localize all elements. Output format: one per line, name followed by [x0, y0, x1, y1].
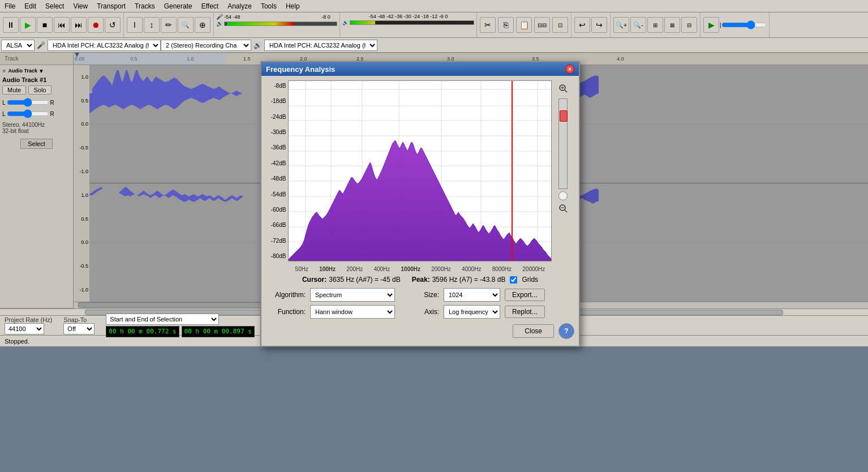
draw-tool[interactable]: ✏: [161, 17, 177, 33]
record-button[interactable]: ⏺: [88, 17, 104, 33]
selection-start-input[interactable]: 00 h 00 m 00.772 s: [106, 326, 179, 337]
menu-file[interactable]: File: [0, 1, 20, 11]
solo-button[interactable]: Solo: [28, 85, 51, 95]
export-button[interactable]: Export...: [505, 289, 545, 301]
backend-select[interactable]: ALSA: [1, 40, 35, 51]
close-button[interactable]: Close: [513, 324, 554, 338]
silence-button[interactable]: ⊡: [552, 17, 568, 33]
svg-line-40: [565, 90, 567, 92]
freq-chart[interactable]: [288, 80, 552, 261]
menu-transport[interactable]: Transport: [92, 1, 130, 11]
y-label--0.5-top: -0.5: [79, 145, 88, 151]
svg-line-44: [565, 210, 567, 212]
menu-select[interactable]: Select: [41, 1, 68, 11]
vol-l-label: L: [2, 100, 6, 106]
selection-section: Start and End of Selection 00 h 00 m 00.…: [106, 314, 254, 337]
y-label--24db: -24dB: [266, 114, 286, 120]
menu-bar: File Edit Select View Transport Tracks G…: [0, 0, 868, 12]
zoom-toggle[interactable]: ⊟: [681, 17, 697, 33]
pan-l-label: L: [2, 111, 6, 117]
freq-zoom-handle[interactable]: [560, 110, 568, 122]
undo-button[interactable]: ↩: [574, 17, 590, 33]
grids-checkbox[interactable]: [510, 276, 517, 284]
function-label: Function:: [266, 308, 306, 316]
stop-button[interactable]: ■: [37, 17, 53, 33]
project-rate-select[interactable]: 44100: [5, 323, 44, 334]
freq-zoom-circle[interactable]: [558, 191, 568, 200]
selection-end-input[interactable]: 00 h 00 m 00.897 s: [182, 326, 255, 337]
y-label--1.0-bot: -1.0: [79, 287, 88, 293]
volume-slider[interactable]: [7, 98, 49, 107]
copy-button[interactable]: ⎘: [498, 17, 514, 33]
y-label--42db: -42dB: [266, 160, 286, 166]
undo-redo: ↩ ↪: [571, 12, 611, 37]
y-label--8db: -8dB: [266, 83, 286, 89]
paste-button[interactable]: 📋: [516, 17, 532, 33]
x-label-1000hz: 1000Hz: [401, 266, 420, 272]
menu-effect[interactable]: Effect: [197, 1, 223, 11]
size-select[interactable]: 1024: [444, 288, 500, 302]
skip-fwd-button[interactable]: ⏭: [71, 17, 87, 33]
vol-r-label: R: [50, 100, 54, 106]
freq-y-axis: -8dB -18dB -24dB -30dB -36dB -42dB -48dB…: [266, 80, 288, 261]
zoom-sel-button[interactable]: ⊠: [664, 17, 680, 33]
menu-view[interactable]: View: [68, 1, 92, 11]
zoom-fit-button[interactable]: ⊞: [647, 17, 663, 33]
menu-generate[interactable]: Generate: [160, 1, 197, 11]
menu-help[interactable]: Help: [281, 1, 304, 11]
menu-tools[interactable]: Tools: [256, 1, 281, 11]
replot-button[interactable]: Replot...: [505, 306, 545, 318]
skip-back-button[interactable]: ⏮: [54, 17, 70, 33]
algorithm-label: Algorithm:: [266, 291, 306, 299]
peak-value: 3596 Hz (A7) = -43.8 dB: [432, 276, 506, 284]
play-button[interactable]: ▶: [20, 17, 36, 33]
multi-tool[interactable]: ↕: [144, 17, 160, 33]
help-button[interactable]: ?: [558, 323, 574, 339]
pan-slider[interactable]: [7, 109, 49, 118]
play-green[interactable]: ▶: [703, 17, 719, 33]
menu-tracks[interactable]: Tracks: [130, 1, 160, 11]
x-label-2000hz: 2000Hz: [431, 266, 450, 272]
svg-rect-10: [74, 53, 226, 65]
channels-select[interactable]: 2 (Stereo) Recording Cha: [161, 40, 251, 51]
pause-button[interactable]: ⏸: [3, 17, 19, 33]
ibeam-tool[interactable]: I: [127, 17, 143, 33]
y-label--36db: -36dB: [266, 144, 286, 151]
menu-edit[interactable]: Edit: [20, 1, 41, 11]
mute-button[interactable]: Mute: [2, 85, 26, 95]
snap-to-select[interactable]: Off: [63, 323, 94, 334]
zoom-magnifier-top[interactable]: [557, 83, 569, 94]
loop-button[interactable]: ↺: [105, 17, 121, 33]
playback-vol-slider[interactable]: [721, 20, 767, 29]
trim-button[interactable]: ⊟⊟: [534, 17, 550, 33]
algorithm-row: Algorithm: Spectrum Size: 1024 Export...: [266, 288, 574, 302]
track-title: Audio Track #1: [2, 76, 71, 83]
smooth-tool[interactable]: ⊕: [195, 17, 210, 33]
menu-analyze[interactable]: Analyze: [223, 1, 256, 11]
select-btn[interactable]: Select: [20, 139, 53, 149]
y-label-0.0-bot: 0.0: [81, 239, 88, 245]
output-device-select[interactable]: HDA Intel PCH: ALC3232 Analog (hw:1,0): [264, 40, 377, 51]
track-info: Stereo, 44100Hz 32-bit float: [2, 122, 71, 134]
cut-button[interactable]: ✂: [480, 17, 496, 33]
axis-select[interactable]: Log frequency: [444, 305, 500, 319]
freq-x-axis: 50Hz 100Hz 200Hz 400Hz 1000Hz 2000Hz 400…: [290, 266, 551, 272]
selection-mode-select[interactable]: Start and End of Selection: [106, 314, 219, 325]
zoom-magnifier-bottom[interactable]: [557, 203, 569, 214]
freq-zoom-slider[interactable]: [558, 98, 568, 189]
redo-button[interactable]: ↪: [591, 17, 607, 33]
track-dropdown-arrow[interactable]: ▼: [38, 68, 44, 74]
zoom-in-button[interactable]: 🔍+: [613, 17, 629, 33]
algorithm-select[interactable]: Spectrum: [310, 288, 395, 302]
freq-dialog-titlebar[interactable]: Frequency Analysis ×: [261, 62, 579, 76]
track-pan-row: L R: [2, 109, 71, 118]
function-select[interactable]: Hann window: [310, 305, 395, 319]
y-axis-labels: 1.0 0.5 0.0 -0.5 -1.0 1.0 0.5 0.0 -0.5 -…: [74, 65, 89, 302]
track-close-btn[interactable]: ×: [2, 67, 6, 74]
freq-close-button[interactable]: ×: [565, 65, 574, 74]
dialog-actions: Close ?: [266, 323, 574, 341]
y-label--54db: -54dB: [266, 191, 286, 198]
input-device-select[interactable]: HDA Intel PCH: ALC3232 Analog (hw:1,0): [48, 40, 161, 51]
zoom-tool[interactable]: 🔍: [178, 17, 194, 33]
zoom-out-button[interactable]: 🔍-: [630, 17, 646, 33]
